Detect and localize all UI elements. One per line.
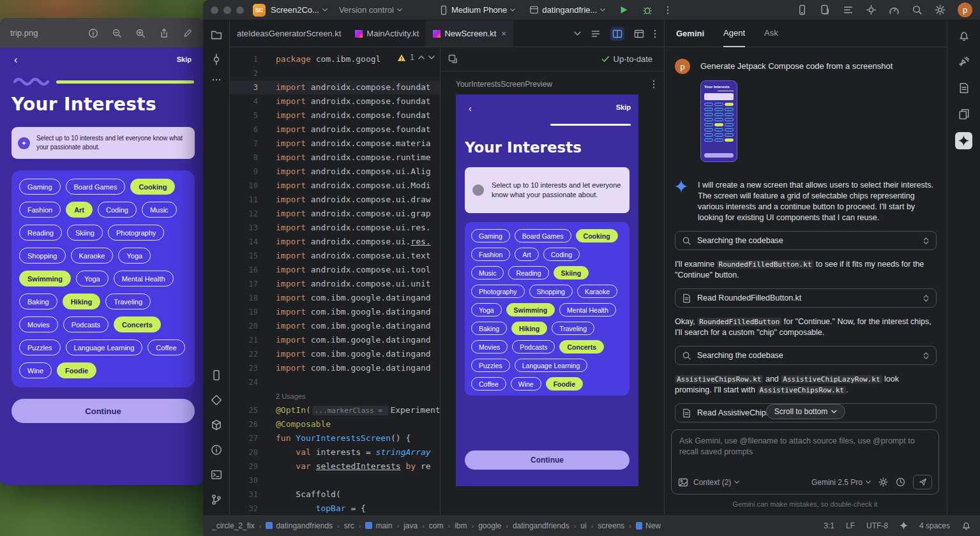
breadcrumb-item[interactable]: ibm bbox=[455, 521, 467, 530]
edit-icon[interactable] bbox=[183, 28, 193, 38]
running-devices-tool-icon[interactable] bbox=[211, 369, 222, 381]
run-button[interactable] bbox=[619, 5, 628, 15]
code-line[interactable]: 29 var selectedInterests by re bbox=[230, 459, 440, 473]
indent-setting[interactable]: 4 spaces bbox=[919, 521, 950, 530]
device-selector[interactable]: Medium Phone bbox=[439, 5, 515, 15]
code-line[interactable]: 9import androidx.compose.ui.Alig bbox=[230, 165, 440, 179]
inspections-widget[interactable]: 1 bbox=[396, 53, 436, 62]
commit-tool-icon[interactable] bbox=[211, 54, 222, 65]
breadcrumb-item[interactable]: main bbox=[365, 521, 392, 530]
interest-chip[interactable]: Fashion bbox=[19, 202, 61, 218]
breadcrumb-item[interactable]: src bbox=[344, 521, 354, 530]
breadcrumb-item[interactable]: New bbox=[636, 521, 661, 530]
git-branch-tool-icon[interactable] bbox=[211, 494, 222, 505]
interest-chip[interactable]: Mental Health bbox=[114, 271, 174, 287]
breadcrumb-item[interactable]: datingandfriends bbox=[266, 521, 333, 530]
gemini-tool-icon[interactable] bbox=[955, 132, 972, 149]
code-line[interactable]: 12import androidx.compose.ui.grap bbox=[230, 207, 440, 221]
device-connect-icon[interactable] bbox=[958, 56, 970, 68]
breadcrumb-item[interactable]: screens bbox=[598, 521, 624, 530]
expand-icon[interactable] bbox=[923, 237, 930, 245]
tab-dateideasgeneratorscreen[interactable]: ateIdeasGeneratorScreen.kt bbox=[230, 20, 348, 47]
send-button[interactable] bbox=[913, 475, 932, 489]
package-tool-icon[interactable] bbox=[211, 419, 222, 431]
breadcrumb-item[interactable]: ui bbox=[580, 521, 586, 530]
notifications-icon[interactable] bbox=[958, 30, 970, 41]
interest-chip[interactable]: Foodie bbox=[57, 362, 96, 378]
interest-chip[interactable]: Gaming bbox=[471, 229, 510, 242]
line-separator[interactable]: LF bbox=[846, 521, 855, 530]
edit-document-icon[interactable] bbox=[958, 82, 970, 94]
breadcrumb-item[interactable]: google bbox=[478, 521, 501, 530]
code-line[interactable]: 19import com.ibm.google.datingand bbox=[230, 305, 440, 319]
code-line[interactable]: 8import androidx.compose.runtime bbox=[230, 151, 440, 165]
interest-chip[interactable]: Puzzles bbox=[19, 339, 61, 355]
info-icon[interactable] bbox=[88, 28, 98, 38]
tab-agent[interactable]: Agent bbox=[723, 20, 745, 47]
interest-chip[interactable]: Baking bbox=[471, 322, 507, 335]
tab-list-chevron-icon[interactable] bbox=[574, 31, 581, 36]
interest-chip[interactable]: Photography bbox=[108, 225, 164, 241]
interest-chip[interactable]: Traveling bbox=[552, 322, 594, 335]
preview-name[interactable]: YourInterestsScreenPreview bbox=[456, 80, 552, 89]
interest-chip[interactable]: Wine bbox=[19, 362, 52, 378]
interest-chip[interactable]: Cooking bbox=[130, 179, 175, 195]
code-line[interactable]: 7import androidx.compose.materia bbox=[230, 137, 440, 151]
interest-chip[interactable]: Karaoke bbox=[71, 248, 114, 264]
interest-chip[interactable]: Shopping bbox=[529, 285, 573, 298]
terminal-tool-icon[interactable] bbox=[211, 469, 222, 480]
code-line[interactable]: 14import androidx.compose.ui.res. bbox=[230, 235, 440, 249]
code-line[interactable]: 24 bbox=[230, 375, 440, 389]
interest-chip[interactable]: Art bbox=[66, 202, 93, 218]
interest-chip[interactable]: Coding bbox=[98, 202, 137, 218]
preview-kebab-icon[interactable] bbox=[652, 79, 655, 89]
interest-chip[interactable]: Yoga bbox=[471, 303, 502, 316]
app-inspection-icon[interactable] bbox=[866, 4, 877, 15]
gem-tool-icon[interactable] bbox=[211, 394, 222, 406]
interest-chip[interactable]: Podcasts bbox=[512, 340, 555, 354]
code-line[interactable]: 2 Usages bbox=[230, 389, 440, 403]
code-line[interactable]: 10import androidx.compose.ui.Modi bbox=[230, 179, 440, 193]
interest-chip[interactable]: Coding bbox=[543, 248, 580, 261]
interest-chip[interactable]: Photography bbox=[471, 285, 525, 298]
profiler-icon[interactable] bbox=[889, 4, 900, 15]
problems-tool-icon[interactable] bbox=[211, 444, 222, 456]
window-controls[interactable] bbox=[211, 6, 244, 14]
code-line[interactable]: 2 bbox=[230, 66, 440, 80]
gemini-settings-icon[interactable] bbox=[878, 477, 888, 487]
interest-chip[interactable]: Swimming bbox=[19, 271, 71, 287]
interest-chip[interactable]: Concerts bbox=[559, 340, 604, 354]
interest-chip[interactable]: Movies bbox=[471, 340, 508, 354]
run-configuration-selector[interactable]: datingandfrie... bbox=[529, 5, 605, 15]
interest-chip[interactable]: Skiing bbox=[554, 266, 589, 279]
ai-status-icon[interactable] bbox=[900, 521, 908, 530]
code-line[interactable]: 27fun YourInterestsScreen() { bbox=[230, 431, 440, 445]
code-line[interactable]: 22import com.ibm.google.datingand bbox=[230, 347, 440, 361]
share-icon[interactable] bbox=[159, 28, 169, 38]
code-line[interactable]: 15import androidx.compose.ui.text bbox=[230, 249, 440, 263]
compose-preview-phone[interactable]: ‹ Skip Your Interests Select up to 10 in… bbox=[456, 94, 638, 486]
code-line[interactable]: 20import com.ibm.google.datingand bbox=[230, 319, 440, 333]
editor-split-icon[interactable] bbox=[448, 54, 458, 64]
interest-chip[interactable]: Reading bbox=[508, 266, 548, 279]
interest-chip[interactable]: Traveling bbox=[105, 294, 151, 309]
split-view-icon[interactable] bbox=[610, 27, 624, 41]
interest-chip[interactable]: Hiking bbox=[511, 322, 547, 335]
user-avatar[interactable]: p bbox=[958, 3, 972, 17]
breadcrumb-item[interactable]: java bbox=[403, 521, 418, 530]
close-tab-icon[interactable]: × bbox=[501, 29, 506, 38]
settings-icon[interactable] bbox=[935, 4, 946, 15]
code-line[interactable]: 6import androidx.compose.foundat bbox=[230, 123, 440, 137]
interest-chip[interactable]: Reading bbox=[19, 225, 62, 241]
breadcrumb-item[interactable]: com bbox=[429, 521, 444, 530]
project-selector[interactable]: Screen2Co... bbox=[271, 5, 328, 15]
interest-chip[interactable]: Mental Health bbox=[559, 303, 616, 316]
file-encoding[interactable]: UTF-8 bbox=[866, 521, 888, 530]
interest-chip[interactable]: Baking bbox=[19, 294, 57, 309]
tool-call-read-file-1[interactable]: Read RoundedFilledButton.kt bbox=[675, 288, 937, 308]
minimize-window-icon[interactable] bbox=[223, 6, 231, 14]
code-line[interactable]: 16import androidx.compose.ui.tool bbox=[230, 263, 440, 277]
code-line[interactable]: 11import androidx.compose.ui.draw bbox=[230, 193, 440, 207]
interest-chip[interactable]: Shopping bbox=[19, 248, 66, 264]
interest-chip[interactable]: Board Games bbox=[66, 179, 126, 195]
